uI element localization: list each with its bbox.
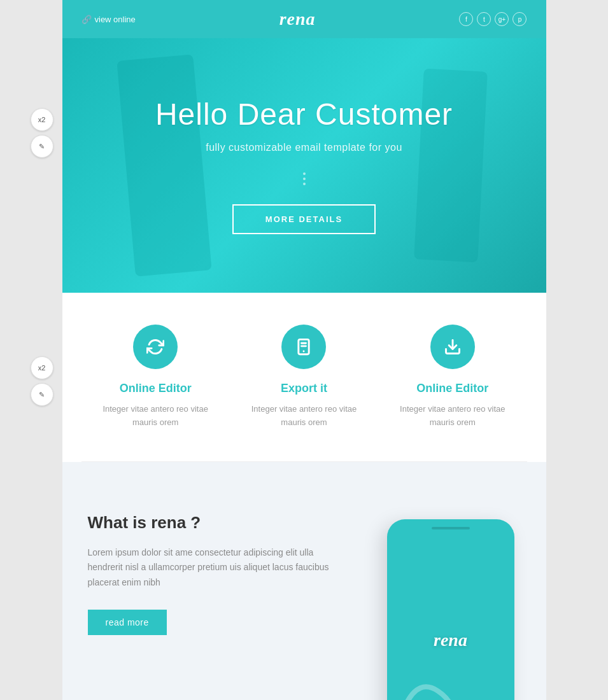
features-section: Online Editor Integer vitae antero reo v… [62, 293, 546, 461]
hero-section: Hello Dear Customer fully customizable e… [62, 38, 546, 293]
zoom-button[interactable]: x2 [31, 108, 53, 131]
float-buttons-top: x2 ✎ [31, 108, 53, 158]
float-buttons-features: x2 ✎ [31, 356, 53, 406]
edit-button[interactable]: ✎ [31, 135, 53, 158]
header: 🔗 view online rena f t g+ p [62, 0, 546, 38]
edit-button-2[interactable]: ✎ [31, 383, 53, 406]
email-container: x2 ✎ x2 ✎ 🔗 view online rena f t g+ p [62, 0, 546, 700]
feature-title-3: Online Editor [391, 382, 514, 395]
phone-mockup-container: rena [368, 500, 546, 700]
facebook-icon[interactable]: f [459, 12, 473, 26]
dot-1 [303, 172, 306, 175]
hero-content: Hello Dear Customer fully customizable e… [155, 97, 453, 234]
view-online-link[interactable]: 🔗 view online [81, 15, 136, 24]
hero-subtitle: fully customizable email template for yo… [155, 142, 453, 153]
zoom-button-2[interactable]: x2 [31, 356, 53, 379]
googleplus-icon[interactable]: g+ [495, 12, 509, 26]
feature-icon-2 [281, 325, 326, 369]
what-section: What is rena ? Lorem ipsum dolor sit ame… [62, 462, 546, 700]
feature-desc-2: Integer vitae antero reo vitae mauris or… [243, 403, 365, 430]
feature-icon-3 [430, 325, 475, 369]
hero-dots [155, 172, 453, 185]
logo: rena [279, 9, 316, 29]
read-more-button[interactable]: read more [88, 610, 167, 635]
more-details-button[interactable]: MORE DETAILS [232, 204, 376, 234]
dot-3 [303, 183, 306, 185]
hero-title: Hello Dear Customer [155, 97, 453, 132]
what-title: What is rena ? [88, 513, 343, 533]
feature-desc-3: Integer vitae antero reo vitae mauris or… [391, 403, 514, 430]
what-content: What is rena ? Lorem ipsum dolor sit ame… [62, 500, 368, 673]
twitter-icon[interactable]: t [477, 12, 491, 26]
feature-icon-1 [133, 325, 178, 369]
link-icon: 🔗 [81, 15, 92, 24]
phone-mockup: rena [387, 519, 514, 700]
feature-item-3: Online Editor Integer vitae antero reo v… [378, 325, 527, 430]
feature-item-1: Online Editor Integer vitae antero reo v… [81, 325, 230, 430]
feature-item-2: Export it Integer vitae antero reo vitae… [230, 325, 378, 430]
dot-2 [303, 178, 306, 180]
feature-desc-1: Integer vitae antero reo vitae mauris or… [94, 403, 217, 430]
pinterest-icon[interactable]: p [513, 12, 527, 26]
phone-logo: rena [434, 630, 467, 650]
view-online-label: view online [95, 15, 136, 24]
what-description: Lorem ipsum dolor sit ame consectetur ad… [88, 545, 343, 591]
feature-title-1: Online Editor [94, 382, 217, 395]
feature-title-2: Export it [243, 382, 365, 395]
social-icons: f t g+ p [459, 12, 527, 26]
